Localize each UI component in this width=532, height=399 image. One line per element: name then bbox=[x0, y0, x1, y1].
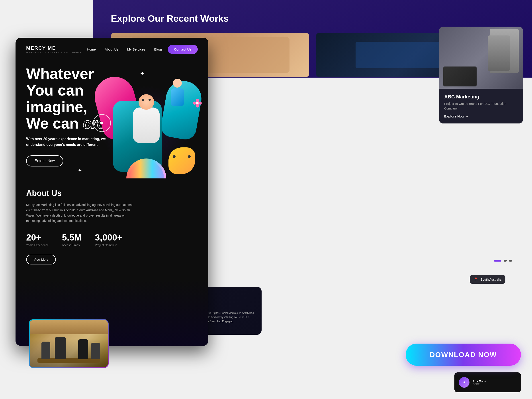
abc-explore-link[interactable]: Explore Now → bbox=[444, 114, 518, 118]
download-btn-label: DOWNLOAD NOW bbox=[430, 351, 497, 359]
nav-links: Home About Us My Services Blogs bbox=[87, 47, 163, 51]
hero-line3-prefix: We can bbox=[26, 115, 83, 132]
stat-access-label: Access Times bbox=[62, 243, 82, 247]
bottom-card-brand: Adv Code bbox=[473, 380, 486, 383]
download-button[interactable]: DOWNLOAD NOW bbox=[406, 344, 521, 366]
nav-about[interactable]: About Us bbox=[105, 47, 118, 51]
hero-subtitle-highlight: understand bbox=[26, 143, 45, 146]
stat-projects-label: Project Complete bbox=[95, 243, 122, 247]
abc-card-image bbox=[439, 27, 523, 89]
pagination-dots bbox=[494, 260, 512, 262]
abc-card-desc: Project To Create Brand For ABC Foundati… bbox=[444, 101, 518, 111]
nav-blogs[interactable]: Blogs bbox=[154, 47, 163, 51]
location-badge: 📍 South Australia bbox=[470, 275, 505, 284]
logo-tagline: MARKETING · ADVERTISING · MEDIA bbox=[26, 51, 82, 54]
nav-services[interactable]: My Services bbox=[127, 47, 146, 51]
abc-card-body: ABC Marketing Project To Create Brand Fo… bbox=[439, 89, 523, 123]
stat-years-number: 20+ bbox=[26, 233, 49, 242]
explore-works-title: Explore Our Recent Works bbox=[111, 13, 514, 24]
illus-yellow-blob bbox=[168, 147, 195, 174]
abc-marketing-card: ABC Marketing Project To Create Brand Fo… bbox=[439, 27, 523, 123]
hero-explore-button[interactable]: Explore Now bbox=[26, 155, 63, 166]
hero-section: Whatever You can imagine, We can create.… bbox=[16, 61, 208, 175]
illus-flower bbox=[193, 99, 202, 108]
location-pin-icon: 📍 bbox=[474, 278, 478, 281]
stats-row: 20+ Years Experience 5.5M Access Times 3… bbox=[26, 233, 198, 247]
bottom-teaser-card: ✦ Adv Code CODE bbox=[454, 372, 521, 392]
stat-years-label: Years Experience bbox=[26, 243, 49, 247]
bottom-card-icon: ✦ bbox=[459, 377, 469, 388]
abc-card-title: ABC Marketing bbox=[444, 94, 518, 100]
stat-projects: 3,000+ Project Complete bbox=[95, 233, 122, 247]
main-nav: MERCY ME MARKETING · ADVERTISING · MEDIA… bbox=[16, 38, 208, 61]
team-photo-card bbox=[29, 319, 109, 368]
orbit-decoration bbox=[93, 114, 111, 132]
stat-access-number: 5.5M bbox=[62, 233, 82, 242]
illus-small-char bbox=[168, 79, 186, 110]
illus-white-torso bbox=[133, 108, 160, 143]
about-body: Mercy Me Marketing is a full service adv… bbox=[26, 202, 133, 223]
bottom-card-sub: CODE bbox=[473, 383, 486, 386]
illus-head bbox=[139, 94, 154, 110]
nav-home[interactable]: Home bbox=[87, 47, 96, 51]
pagination-dot-3[interactable] bbox=[509, 260, 512, 262]
sparkle-near-button: ✦ bbox=[78, 167, 82, 174]
location-text: South Australia bbox=[481, 278, 501, 281]
logo-area: MERCY ME MARKETING · ADVERTISING · MEDIA bbox=[26, 45, 82, 54]
main-website-card: MERCY ME MARKETING · ADVERTISING · MEDIA… bbox=[16, 38, 208, 346]
stat-projects-number: 3,000+ bbox=[95, 233, 122, 242]
pagination-dot-2[interactable] bbox=[504, 260, 507, 262]
pagination-dot-1[interactable] bbox=[494, 260, 501, 262]
logo-name: MERCY ME bbox=[26, 45, 82, 51]
sparkle-top: ✦ bbox=[140, 70, 145, 77]
stat-years: 20+ Years Experience bbox=[26, 233, 49, 247]
bottom-card-text: Adv Code CODE bbox=[473, 380, 486, 386]
nav-contact-button[interactable]: Contact Us bbox=[168, 45, 198, 54]
stat-access: 5.5M Access Times bbox=[62, 233, 82, 247]
star-icon: ✦ bbox=[463, 380, 466, 385]
team-card-image bbox=[30, 320, 108, 367]
view-more-button[interactable]: View More bbox=[26, 255, 56, 265]
